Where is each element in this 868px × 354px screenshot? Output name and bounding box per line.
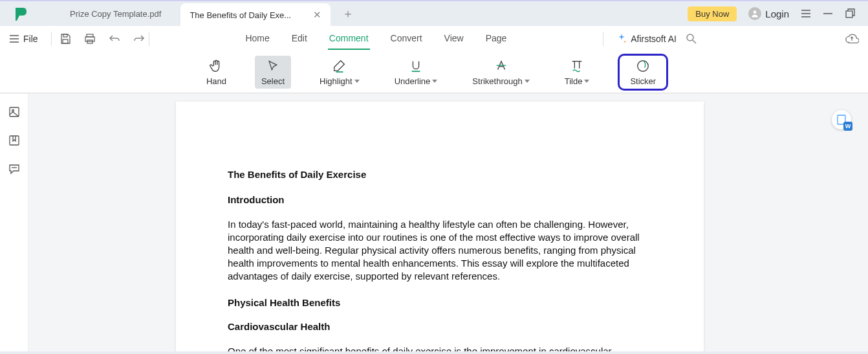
tab-active[interactable]: The Benefits of Daily Exe... ✕: [180, 3, 331, 27]
menu-convert[interactable]: Convert: [389, 28, 424, 50]
svg-point-24: [12, 110, 14, 112]
strikethrough-icon: [494, 58, 508, 74]
tab-inactive[interactable]: Prize Copy Template.pdf: [50, 9, 180, 19]
highlight-icon: [332, 58, 347, 74]
document-page: The Benefits of Daily Exercise Introduct…: [176, 102, 704, 354]
word-badge-icon: W: [843, 122, 852, 131]
status-bar: [0, 351, 868, 354]
menu-view[interactable]: View: [443, 28, 465, 50]
doc-section1: Physical Health Benefits: [228, 297, 652, 308]
sparkle-icon: [616, 34, 627, 44]
tool-highlight[interactable]: Highlight: [313, 56, 366, 89]
menu-page[interactable]: Page: [484, 28, 508, 50]
menu-home[interactable]: Home: [244, 28, 270, 50]
word-export-button[interactable]: W: [832, 110, 851, 129]
tool-highlight-label: Highlight: [320, 76, 353, 86]
file-menu[interactable]: File: [9, 34, 47, 44]
tab-close-icon[interactable]: ✕: [312, 8, 323, 22]
caret-icon: [525, 80, 530, 83]
sticker-highlight-box: Sticker: [618, 54, 668, 91]
menu-edit[interactable]: Edit: [290, 28, 309, 50]
save-icon[interactable]: [60, 33, 71, 45]
svg-line-15: [693, 40, 696, 43]
caret-icon: [354, 80, 360, 83]
workspace: The Benefits of Daily Exercise Introduct…: [0, 93, 868, 354]
title-bar: Prize Copy Template.pdf The Benefits of …: [0, 0, 868, 26]
redo-icon[interactable]: [133, 33, 145, 45]
tool-tilde-label: Tilde: [565, 76, 583, 86]
cloud-upload-icon[interactable]: [845, 32, 859, 46]
divider: [603, 32, 603, 46]
svg-rect-10: [63, 39, 68, 43]
divider: [51, 32, 52, 46]
ai-label: Afirstsoft AI: [631, 34, 677, 44]
doc-intro-heading: Introduction: [228, 194, 652, 205]
tool-underline[interactable]: Underline: [388, 56, 444, 89]
tool-hand[interactable]: Hand: [200, 56, 233, 89]
tool-tilde[interactable]: Tilde: [558, 56, 596, 89]
search-icon[interactable]: [686, 33, 697, 45]
tool-hand-label: Hand: [206, 76, 226, 86]
tool-strike-label: Strikethrough: [472, 76, 522, 86]
left-rail: [0, 94, 28, 354]
buy-now-button[interactable]: Buy Now: [688, 6, 737, 21]
svg-rect-12: [85, 37, 94, 41]
doc-title: The Benefits of Daily Exercise: [228, 169, 652, 180]
svg-rect-25: [10, 136, 19, 145]
doc-sub1: Cardiovascular Health: [228, 321, 652, 332]
svg-rect-5: [846, 11, 852, 17]
file-label: File: [23, 34, 38, 44]
divider: [149, 32, 149, 46]
login-button[interactable]: Login: [748, 7, 789, 20]
caret-icon: [584, 80, 589, 83]
hand-icon: [209, 58, 223, 74]
login-label: Login: [765, 8, 789, 19]
svg-point-14: [687, 34, 693, 41]
hamburger-icon[interactable]: [801, 8, 811, 19]
tool-select-label: Select: [261, 76, 285, 86]
cursor-icon: [266, 58, 279, 74]
tool-underline-label: Underline: [395, 76, 431, 86]
menu-tabs: Home Edit Comment Convert View Page: [153, 28, 600, 50]
undo-icon[interactable]: [109, 33, 120, 45]
tool-sticker[interactable]: Sticker: [626, 57, 660, 87]
ai-button[interactable]: Afirstsoft AI: [616, 34, 677, 44]
tilde-icon: [570, 58, 584, 74]
quick-tools: [56, 33, 145, 45]
svg-rect-9: [63, 34, 67, 37]
caret-icon: [432, 80, 437, 83]
menu-row: File Home Edit Comment Convert View Page…: [0, 26, 868, 52]
menu-right: Afirstsoft AI: [599, 32, 859, 46]
menu-comment[interactable]: Comment: [328, 28, 370, 50]
tool-select[interactable]: Select: [255, 56, 291, 89]
restore-icon[interactable]: [845, 8, 855, 19]
svg-point-0: [754, 10, 757, 14]
minimize-icon[interactable]: [823, 8, 833, 19]
tool-sticker-label: Sticker: [630, 76, 656, 86]
sticker-icon: [636, 58, 650, 74]
title-bar-right: Buy Now Login: [688, 6, 862, 21]
avatar-icon: [748, 7, 761, 20]
tab-add-button[interactable]: ＋: [331, 6, 365, 21]
underline-icon: [409, 58, 423, 74]
comment-ribbon: Hand Select Highlight Underline Striketh…: [0, 52, 868, 93]
comments-icon[interactable]: [8, 162, 21, 175]
app-logo: [13, 6, 28, 21]
doc-intro-body: In today's fast-paced world, maintaining…: [228, 218, 652, 283]
bookmark-icon[interactable]: [8, 134, 21, 147]
print-icon[interactable]: [84, 33, 96, 45]
tool-strikethrough[interactable]: Strikethrough: [466, 56, 536, 89]
thumbnails-icon[interactable]: [8, 105, 21, 118]
svg-point-22: [638, 61, 649, 72]
tab-active-label: The Benefits of Daily Exe...: [190, 10, 291, 20]
